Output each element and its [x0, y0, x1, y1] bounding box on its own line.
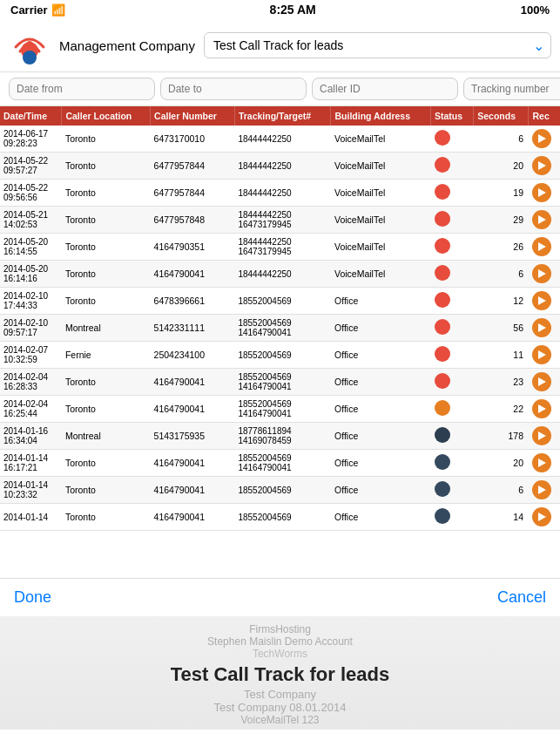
table-row: 2014-02-10 09:57:17 Montreal 5142331111 … — [0, 315, 560, 342]
table-row: 2014-05-20 16:14:16 Toronto 4164790041 1… — [0, 261, 560, 288]
play-button[interactable] — [532, 453, 551, 472]
play-button[interactable] — [532, 399, 551, 418]
play-button[interactable] — [532, 264, 551, 283]
cell-seconds: 6 — [474, 126, 529, 153]
cell-seconds: 6 — [474, 477, 529, 504]
cell-tracking: 18552004569 — [234, 477, 331, 504]
cell-datetime: 2014-05-20 16:14:55 — [0, 234, 62, 261]
play-button[interactable] — [532, 129, 551, 148]
cell-seconds: 20 — [474, 450, 529, 477]
cell-building: Office — [331, 396, 431, 423]
cell-location: Toronto — [62, 396, 151, 423]
table-row: 2014-05-22 09:57:27 Toronto 6477957844 1… — [0, 153, 560, 180]
play-button[interactable] — [532, 156, 551, 175]
cell-rec[interactable] — [529, 504, 560, 531]
cell-number: 4164790041 — [151, 396, 235, 423]
cell-seconds: 14 — [474, 504, 529, 531]
table-row: 2014-01-14 Toronto 4164790041 1855200456… — [0, 504, 560, 531]
date-to-input[interactable] — [160, 78, 307, 100]
account-dropdown[interactable]: Test Call Track for leads — [204, 32, 551, 58]
status-dot — [435, 184, 450, 200]
status-dot — [435, 481, 450, 497]
cell-rec[interactable] — [529, 180, 560, 207]
bottom-bar: Done Cancel — [0, 578, 560, 616]
play-button[interactable] — [532, 345, 551, 364]
done-button[interactable]: Done — [14, 588, 51, 607]
cell-rec[interactable] — [529, 423, 560, 450]
status-dot — [435, 373, 450, 389]
cell-location: Toronto — [62, 234, 151, 261]
cell-rec[interactable] — [529, 288, 560, 315]
cell-datetime: 2014-02-04 16:28:33 — [0, 369, 62, 396]
cell-tracking: 18552004569 — [234, 504, 331, 531]
cell-location: Toronto — [62, 450, 151, 477]
wifi-icon: 📶 — [51, 3, 65, 17]
play-button[interactable] — [532, 480, 551, 499]
play-button[interactable] — [532, 237, 551, 256]
col-location: Caller Location — [62, 106, 151, 126]
cell-rec[interactable] — [529, 126, 560, 153]
status-dot — [435, 211, 450, 227]
play-button[interactable] — [532, 372, 551, 391]
cell-tracking: 18444442250 16473179945 — [234, 207, 331, 234]
cell-rec[interactable] — [529, 396, 560, 423]
cell-datetime: 2014-06-17 09:28:23 — [0, 126, 62, 153]
play-button[interactable] — [532, 507, 551, 526]
cell-rec[interactable] — [529, 207, 560, 234]
caller-id-input[interactable] — [312, 78, 458, 100]
status-dot — [435, 427, 450, 443]
cell-location: Toronto — [62, 207, 151, 234]
table-row: 2014-01-14 10:23:32 Toronto 4164790041 1… — [0, 477, 560, 504]
status-dot — [435, 157, 450, 173]
play-button[interactable] — [532, 210, 551, 229]
cell-building: Office — [331, 477, 431, 504]
cell-number: 2504234100 — [151, 342, 235, 369]
cell-rec[interactable] — [529, 342, 560, 369]
cell-tracking: 18552004569 14164790041 — [234, 315, 331, 342]
status-dot — [435, 508, 450, 524]
date-from-input[interactable] — [9, 78, 155, 100]
table-row: 2014-02-10 17:44:33 Toronto 6478396661 1… — [0, 288, 560, 315]
cell-location: Toronto — [62, 180, 151, 207]
cell-datetime: 2014-01-16 16:34:04 — [0, 423, 62, 450]
cell-rec[interactable] — [529, 261, 560, 288]
cell-building: VoiceMailTel — [331, 261, 431, 288]
cell-number: 4164790041 — [151, 504, 235, 531]
status-dot — [435, 454, 450, 470]
cell-status — [431, 207, 474, 234]
cell-rec[interactable] — [529, 450, 560, 477]
cell-seconds: 11 — [474, 342, 529, 369]
col-rec: Rec — [529, 106, 560, 126]
play-button[interactable] — [532, 183, 551, 202]
cancel-button[interactable]: Cancel — [497, 588, 546, 607]
cell-number: 4164790041 — [151, 477, 235, 504]
cell-rec[interactable] — [529, 477, 560, 504]
cell-rec[interactable] — [529, 315, 560, 342]
account-dropdown-wrapper[interactable]: Test Call Track for leads ⌄ — [204, 32, 551, 58]
cell-seconds: 56 — [474, 315, 529, 342]
cell-tracking: 18444442250 16473179945 — [234, 234, 331, 261]
cell-number: 4164790041 — [151, 261, 235, 288]
status-dot — [435, 238, 450, 254]
footer-line3: TechWorms — [0, 648, 560, 660]
cell-building: VoiceMailTel — [331, 207, 431, 234]
cell-tracking: 18444442250 — [234, 180, 331, 207]
play-button[interactable] — [532, 426, 551, 445]
cell-number: 5143175935 — [151, 423, 235, 450]
cell-location: Toronto — [62, 369, 151, 396]
play-button[interactable] — [532, 318, 551, 337]
table-row: 2014-02-04 16:28:33 Toronto 4164790041 1… — [0, 369, 560, 396]
play-button[interactable] — [532, 291, 551, 310]
cell-rec[interactable] — [529, 153, 560, 180]
footer-watermark: FirmsHosting Stephen Maislin Demo Accoun… — [0, 616, 560, 730]
col-seconds: Seconds — [474, 106, 529, 126]
tracking-number-input[interactable] — [463, 78, 560, 100]
status-dot — [435, 319, 450, 335]
cell-seconds: 12 — [474, 288, 529, 315]
cell-status — [431, 153, 474, 180]
battery-display: 100% — [521, 3, 550, 17]
cell-rec[interactable] — [529, 369, 560, 396]
cell-datetime: 2014-01-14 10:23:32 — [0, 477, 62, 504]
table-row: 2014-05-21 14:02:53 Toronto 6477957848 1… — [0, 207, 560, 234]
cell-rec[interactable] — [529, 234, 560, 261]
